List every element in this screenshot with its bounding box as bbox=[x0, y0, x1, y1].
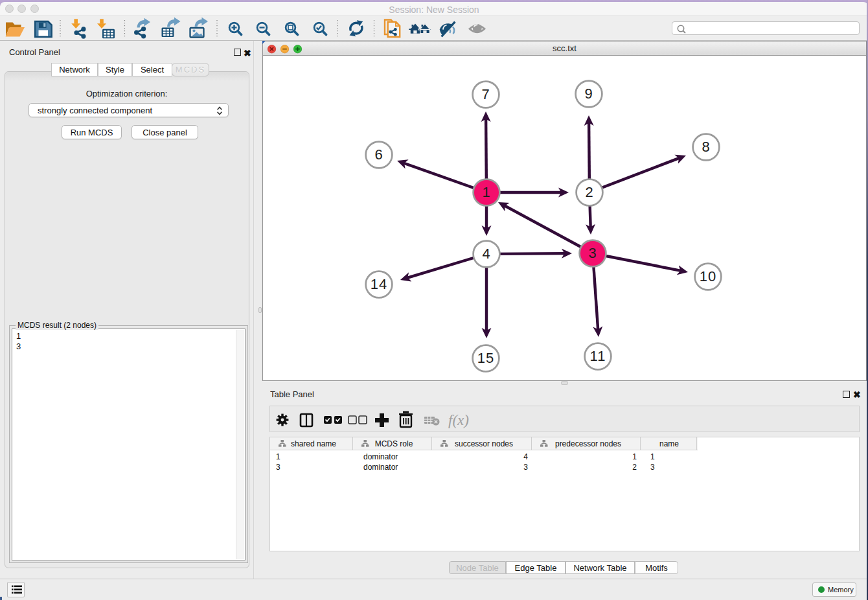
svg-text:shared name: shared name bbox=[291, 439, 336, 448]
svg-text:1: 1 bbox=[482, 184, 490, 200]
svg-text:8: 8 bbox=[702, 139, 710, 155]
svg-text:7: 7 bbox=[481, 86, 490, 102]
svg-text:successor nodes: successor nodes bbox=[455, 439, 513, 448]
svg-text:11: 11 bbox=[590, 348, 606, 364]
svg-text:14: 14 bbox=[371, 276, 387, 292]
svg-text:MCDS role: MCDS role bbox=[375, 439, 413, 448]
svg-text:6: 6 bbox=[374, 146, 383, 163]
svg-text:10: 10 bbox=[700, 268, 716, 284]
svg-text:3: 3 bbox=[588, 245, 597, 261]
svg-text:name: name bbox=[659, 439, 679, 448]
svg-text:4: 4 bbox=[482, 246, 490, 262]
svg-text:f(x): f(x) bbox=[448, 412, 469, 428]
svg-text:2: 2 bbox=[585, 184, 593, 200]
svg-text:predecessor nodes: predecessor nodes bbox=[555, 439, 621, 448]
svg-text:9: 9 bbox=[584, 86, 593, 102]
svg-text:15: 15 bbox=[477, 350, 494, 366]
